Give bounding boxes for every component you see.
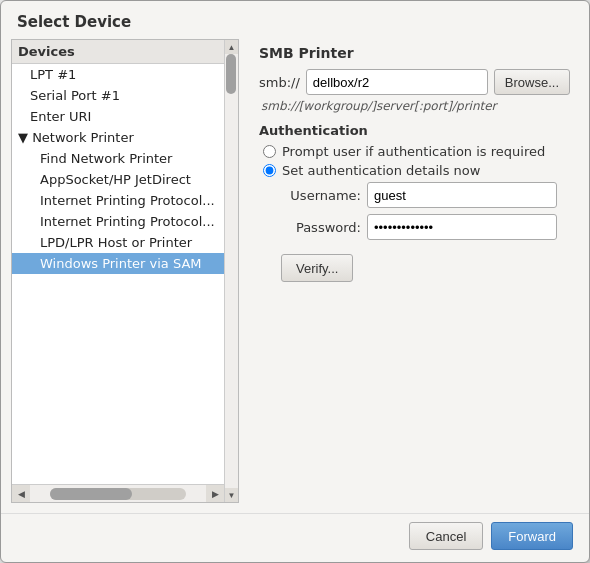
- smb-section-title: SMB Printer: [259, 45, 570, 61]
- smb-protocol-label: smb://: [259, 75, 300, 90]
- network-printer-label: Network Printer: [32, 130, 134, 145]
- dialog-title: Select Device: [1, 1, 589, 39]
- username-label: Username:: [281, 188, 361, 203]
- tree-item-lpd[interactable]: LPD/LPR Host or Printer: [12, 232, 224, 253]
- tree-item-appsocket[interactable]: AppSocket/HP JetDirect: [12, 169, 224, 190]
- radio-set[interactable]: [263, 164, 276, 177]
- verify-button[interactable]: Verify...: [281, 254, 353, 282]
- tree-item-ipp1[interactable]: Internet Printing Protocol...: [12, 190, 224, 211]
- username-input[interactable]: [367, 182, 557, 208]
- radio-prompt[interactable]: [263, 145, 276, 158]
- left-pane: Devices LPT #1 Serial Port #1 Enter URI …: [11, 39, 239, 503]
- verify-area: Verify...: [259, 246, 570, 282]
- smb-input[interactable]: [306, 69, 488, 95]
- radio-set-label[interactable]: Set authentication details now: [282, 163, 480, 178]
- auth-section-title: Authentication: [259, 123, 570, 138]
- right-pane: SMB Printer smb:// Browse... smb://[work…: [249, 39, 580, 503]
- tree-item-network[interactable]: ▼ Network Printer: [12, 127, 224, 148]
- scroll-up-button[interactable]: ▲: [225, 40, 239, 54]
- v-scrollbar-track: ▲ ▼: [224, 40, 238, 502]
- devices-header: Devices: [12, 40, 224, 64]
- scroll-right-button[interactable]: ▶: [206, 485, 224, 503]
- password-label: Password:: [281, 220, 361, 235]
- dialog-footer: Cancel Forward: [1, 513, 589, 562]
- scroll-down-button[interactable]: ▼: [225, 488, 239, 502]
- arrow-icon: ▼: [18, 130, 32, 145]
- smb-hint: smb://[workgroup/]server[:port]/printer: [261, 99, 570, 113]
- tree-item-serial1[interactable]: Serial Port #1: [12, 85, 224, 106]
- radio-prompt-label[interactable]: Prompt user if authentication is require…: [282, 144, 545, 159]
- scroll-left-button[interactable]: ◀: [12, 485, 30, 503]
- dialog-body: Devices LPT #1 Serial Port #1 Enter URI …: [1, 39, 589, 513]
- tree-item-find-network[interactable]: Find Network Printer: [12, 148, 224, 169]
- radio-set-row: Set authentication details now: [259, 163, 570, 178]
- cancel-button[interactable]: Cancel: [409, 522, 483, 550]
- tree-container: Devices LPT #1 Serial Port #1 Enter URI …: [11, 39, 239, 503]
- browse-button[interactable]: Browse...: [494, 69, 570, 95]
- tree-item-uri[interactable]: Enter URI: [12, 106, 224, 127]
- tree-item-ipp2[interactable]: Internet Printing Protocol...: [12, 211, 224, 232]
- tree-item-windows-smb[interactable]: Windows Printer via SAM: [12, 253, 224, 274]
- username-row: Username:: [259, 182, 570, 208]
- select-device-dialog: Select Device Devices LPT #1 Serial Port…: [0, 0, 590, 563]
- radio-prompt-row: Prompt user if authentication is require…: [259, 144, 570, 159]
- h-scrollbar-track[interactable]: [50, 488, 186, 500]
- tree-item-lpt1[interactable]: LPT #1: [12, 64, 224, 85]
- h-scrollbar-thumb: [50, 488, 132, 500]
- v-scroll-thumb: [226, 54, 236, 94]
- forward-button[interactable]: Forward: [491, 522, 573, 550]
- v-scroll-area[interactable]: [225, 54, 238, 488]
- password-input[interactable]: [367, 214, 557, 240]
- tree-scroll[interactable]: LPT #1 Serial Port #1 Enter URI ▼ Networ…: [12, 64, 224, 484]
- password-row: Password:: [259, 214, 570, 240]
- smb-row: smb:// Browse...: [259, 69, 570, 95]
- h-scrollbar-area: ◀ ▶: [12, 484, 224, 502]
